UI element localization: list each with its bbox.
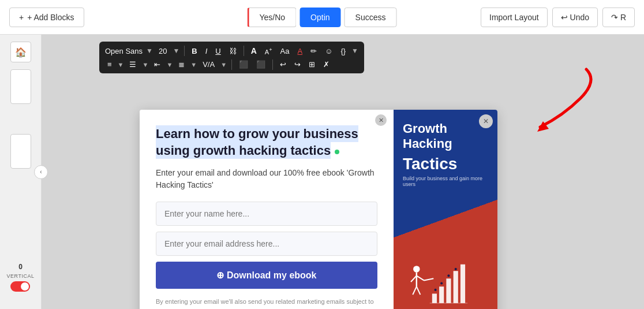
sidebar-collapse-arrow[interactable]: ‹ — [34, 165, 48, 179]
popup-close-button[interactable]: ✕ — [479, 114, 493, 128]
clear-format-button[interactable]: ✗ — [321, 59, 332, 70]
popup-subtitle: Enter your email and download our 100% f… — [156, 167, 377, 191]
top-bar: + + Add Blocks Yes/No Optin Success Impo… — [0, 0, 644, 35]
tab-success[interactable]: Success — [345, 8, 397, 27]
email-input[interactable] — [156, 232, 377, 256]
red-arrow-annotation — [506, 64, 598, 139]
grid-button[interactable]: ⊞ — [306, 59, 317, 70]
popup-title-block: Learn how to grow your business using gr… — [156, 126, 377, 159]
undo-fmt-button[interactable]: ↩ — [278, 59, 289, 70]
svg-line-2 — [411, 276, 417, 282]
font-size-icon-button[interactable]: A — [249, 45, 259, 57]
popup-content-left: Learn how to grow your business using gr… — [140, 110, 394, 309]
tab-group: Yes/No Optin Success — [247, 8, 396, 27]
redo-button[interactable]: ↷ R — [602, 8, 635, 27]
canvas-area: Open Sans ▼ 20 ▼ B I U ⛓ A A+ Aa A ✏ ☺ {… — [42, 35, 644, 309]
emoji-button[interactable]: ☺ — [323, 46, 335, 57]
popup-book-panel: Growth Hacking Tactics Build your busine… — [394, 110, 497, 309]
svg-point-0 — [413, 266, 420, 272]
book-title-line2: Tactics — [403, 154, 488, 174]
add-blocks-label: + Add Blocks — [27, 13, 74, 22]
link-button[interactable]: ⛓ — [227, 46, 239, 57]
separator-1 — [184, 46, 185, 56]
format-row-2: ≡ ▼ ☰ ▼ ⇤ ▼ ≣ ▼ V/A ▼ ⬛ ⬛ ↩ ↪ ⊞ ✗ — [105, 59, 358, 70]
svg-rect-8 — [439, 286, 444, 303]
case-button[interactable]: Aa — [278, 46, 292, 57]
italic-button[interactable]: I — [203, 46, 210, 57]
underline-button[interactable]: U — [213, 46, 223, 57]
import-layout-button[interactable]: Import Layout — [481, 8, 548, 27]
svg-rect-10 — [454, 271, 458, 303]
fine-print: By entering your email we'll also send y… — [156, 297, 377, 309]
name-input[interactable] — [156, 202, 377, 226]
font-size-display[interactable]: 20 — [156, 46, 169, 57]
align-button[interactable]: ⇤ — [152, 59, 163, 70]
redo-fmt-button[interactable]: ↪ — [292, 59, 303, 70]
bar-chart-svg — [399, 256, 474, 308]
separator-4 — [272, 59, 273, 70]
separator-2 — [244, 46, 244, 56]
popup-title: Learn how to grow your business using gr… — [156, 125, 358, 159]
tab-optin[interactable]: Optin — [299, 8, 340, 27]
bold-button[interactable]: B — [189, 46, 199, 57]
code-button[interactable]: {} — [338, 46, 348, 57]
indent-button[interactable]: ≣ — [176, 59, 187, 70]
svg-point-13 — [440, 282, 443, 285]
color-button[interactable]: A — [295, 46, 305, 57]
sidebar-block-2 — [10, 134, 31, 169]
main-area: 🏠 0 VERTICAL ‹ Open Sans ▼ 20 ▼ B I U ⛓ — [0, 35, 644, 309]
top-bar-right-actions: Import Layout ↩ Undo ↷ R — [481, 8, 635, 27]
home-icon[interactable]: 🏠 — [10, 42, 31, 62]
align-left-button[interactable]: ⬛ — [237, 59, 250, 70]
sidebar-number: 0 — [18, 263, 23, 271]
svg-point-14 — [447, 275, 450, 277]
book-subtitle: Build your business and gain more users — [403, 176, 488, 187]
sidebar-label: VERTICAL — [7, 273, 35, 279]
book-title-line1: Growth Hacking — [403, 121, 488, 152]
svg-marker-17 — [537, 121, 549, 132]
undo-button[interactable]: ↩ Undo — [552, 8, 598, 27]
vertical-toggle[interactable] — [10, 281, 30, 292]
format-toolbar: Open Sans ▼ 20 ▼ B I U ⛓ A A+ Aa A ✏ ☺ {… — [99, 42, 364, 73]
svg-point-12 — [435, 289, 437, 291]
toggle-knob — [21, 282, 29, 291]
bullet-list-button[interactable]: ≡ — [105, 59, 114, 70]
popup-x-button[interactable]: ✕ — [375, 114, 387, 126]
tab-yes-no[interactable]: Yes/No — [247, 8, 296, 27]
separator-3 — [231, 59, 232, 70]
valign-button[interactable]: V/A — [200, 59, 217, 70]
highlight-button[interactable]: ✏ — [308, 46, 319, 57]
sidebar-toggle-area: 0 VERTICAL — [7, 263, 35, 292]
green-dot-indicator — [335, 150, 339, 154]
book-illustration — [399, 256, 492, 309]
popup-card: ✕ ✕ Learn how to grow your business usin… — [140, 110, 497, 309]
ordered-list-button[interactable]: ☰ — [127, 59, 138, 70]
svg-rect-11 — [460, 265, 465, 303]
svg-line-5 — [417, 286, 421, 295]
svg-line-3 — [417, 276, 424, 281]
add-blocks-button[interactable]: + + Add Blocks — [9, 8, 84, 27]
format-row-1: Open Sans ▼ 20 ▼ B I U ⛓ A A+ Aa A ✏ ☺ {… — [105, 45, 358, 57]
svg-rect-9 — [446, 278, 451, 303]
grow-font-button[interactable]: A+ — [263, 46, 275, 57]
plus-icon: + — [19, 13, 24, 22]
svg-rect-7 — [432, 294, 437, 303]
svg-point-15 — [455, 268, 457, 270]
download-button[interactable]: ⊕ Download my ebook — [156, 262, 377, 289]
sidebar-block-1 — [10, 69, 31, 104]
svg-line-6 — [424, 278, 433, 280]
align-right-button[interactable]: ⬛ — [254, 59, 268, 70]
svg-line-4 — [413, 286, 417, 295]
font-family-select[interactable]: Open Sans — [105, 47, 143, 55]
left-sidebar: 🏠 0 VERTICAL ‹ — [0, 35, 42, 309]
